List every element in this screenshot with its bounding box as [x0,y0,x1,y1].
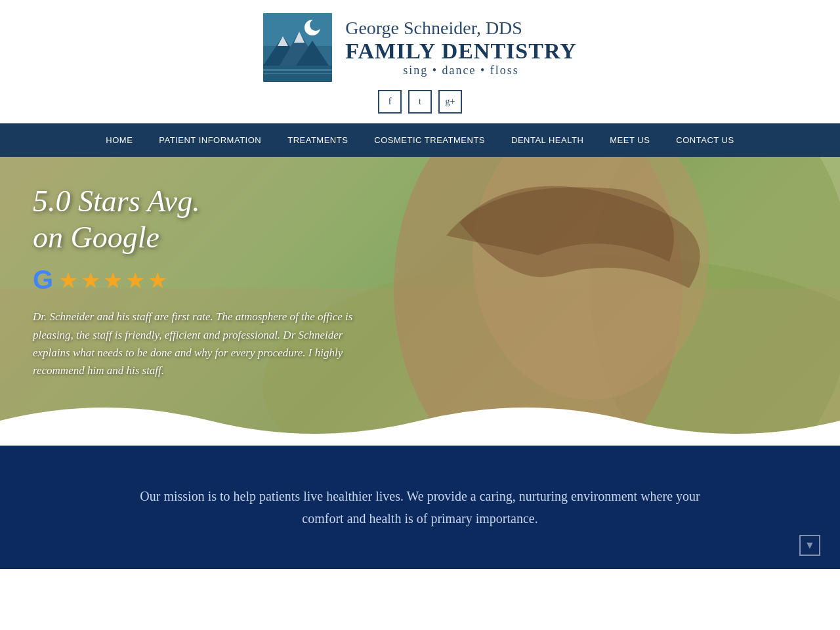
site-header: George Schneider, DDS FAMILY DENTISTRY s… [0,0,840,123]
google-rating-row: G ★ ★ ★ ★ ★ [33,265,361,295]
hero-content: 5.0 Stars Avg. on Google G ★ ★ ★ ★ ★ Dr.… [0,157,394,406]
nav-home[interactable]: HOME [93,123,146,157]
star-4: ★ [125,267,145,293]
practice-name: FAMILY DENTISTRY [345,39,577,64]
star-3: ★ [103,267,123,293]
hero-wave [0,394,840,446]
logo-image [263,13,332,82]
nav-cosmetic-treatments[interactable]: COSMETIC TREATMENTS [361,123,498,157]
star-rating: ★ ★ ★ ★ ★ [58,267,167,293]
svg-rect-10 [263,69,332,71]
logo-row: George Schneider, DDS FAMILY DENTISTRY s… [263,13,577,82]
twitter-icon[interactable]: t [408,90,432,114]
star-5: ★ [148,267,167,293]
mission-section: Our mission is to help patients live hea… [0,446,840,569]
nav-patient-information[interactable]: PATIENT INFORMATION [146,123,274,157]
header-text: George Schneider, DDS FAMILY DENTISTRY s… [345,18,577,77]
nav-dental-health[interactable]: DENTAL HEALTH [498,123,597,157]
nav-contact-us[interactable]: CONTACT US [663,123,747,157]
hero-review-text: Dr. Schneider and his staff are first ra… [33,308,361,379]
social-icons-row: f t g+ [378,90,462,114]
star-2: ★ [81,267,100,293]
hero-rating: 5.0 Stars Avg. on Google [33,183,361,255]
doctor-name: George Schneider, DDS [345,18,577,39]
scroll-down-button[interactable]: ▼ [799,535,820,556]
facebook-icon[interactable]: f [378,90,402,114]
tagline: sing • dance • floss [345,64,577,77]
googleplus-icon[interactable]: g+ [438,90,462,114]
rating-line1: 5.0 Stars Avg. [33,183,361,219]
rating-line2: on Google [33,219,361,255]
main-nav: HOME PATIENT INFORMATION TREATMENTS COSM… [0,123,840,157]
hero-section: 5.0 Stars Avg. on Google G ★ ★ ★ ★ ★ Dr.… [0,157,840,446]
nav-meet-us[interactable]: MEET US [597,123,663,157]
svg-point-3 [310,19,322,31]
star-1: ★ [58,267,78,293]
google-logo-icon: G [33,265,53,295]
mission-text: Our mission is to help patients live hea… [138,485,702,530]
nav-treatments[interactable]: TREATMENTS [274,123,361,157]
svg-rect-11 [263,73,332,74]
